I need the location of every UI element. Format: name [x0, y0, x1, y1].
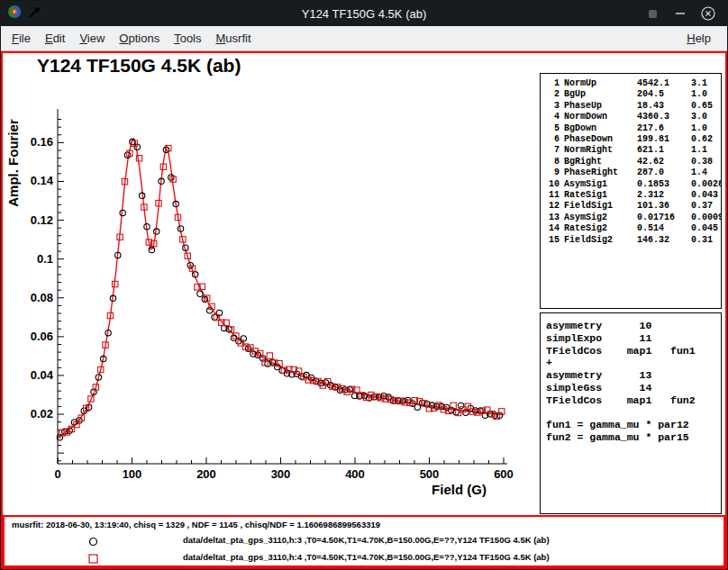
root-canvas[interactable]: Y124 TF150G 4.5K (ab) 010020030040050060…	[1, 51, 727, 569]
fit-parameter-panel: 1NormUp4542.13.12BgUp204.51.03PhaseUp18.…	[540, 73, 722, 309]
svg-text:400: 400	[345, 467, 365, 481]
menu-item-musrfit[interactable]: Musrfit	[209, 32, 259, 45]
param-row-bgright: 8BgRight42.620.38	[546, 157, 715, 167]
menu-item-file[interactable]: File	[5, 32, 38, 45]
close-button[interactable]	[701, 6, 715, 21]
legend-entry-2: data/deltat_pta_gps_3110,h:4 ,T0=4.50K,T…	[5, 550, 723, 565]
menu-item-help[interactable]: Help	[679, 32, 718, 45]
menu-item-options[interactable]: Options	[112, 32, 167, 45]
info-legend-pad: musrfit: 2018-06-30, 13:19:40, chisq = 1…	[3, 515, 725, 567]
legend-label-1: data/deltat_pta_gps_3110,h:3 ,T0=4.50K,T…	[183, 535, 550, 545]
menubar-right: Help	[679, 32, 723, 45]
param-row-phaseup: 3PhaseUp18.430.65	[546, 101, 715, 112]
param-row-normup: 1NormUp4542.13.1	[546, 78, 715, 89]
svg-text:500: 500	[420, 467, 440, 481]
series-2-points	[59, 140, 505, 436]
app-icon	[7, 5, 22, 23]
y-axis: 0.020.040.060.080.10.120.140.16Ampl. Fou…	[5, 109, 64, 464]
legend-entry-1: data/deltat_pta_gps_3110,h:3 ,T0=4.50K,T…	[5, 533, 723, 548]
legend-label-2: data/deltat_pta_gps_3110,h:4 ,T0=4.50K,T…	[183, 552, 550, 562]
titlebar-buttons	[645, 6, 727, 21]
param-row-ratesig2: 14RateSig20.5140.045	[546, 223, 715, 234]
svg-text:Field (G): Field (G)	[432, 482, 487, 497]
menu-item-view[interactable]: View	[72, 32, 112, 45]
svg-text:Ampl. Fourier: Ampl. Fourier	[5, 119, 21, 207]
param-row-asymsig2: 13AsymSig20.017160.00098	[546, 213, 715, 223]
fit-curve	[58, 139, 504, 438]
svg-text:100: 100	[123, 467, 142, 481]
svg-text:0.04: 0.04	[31, 368, 54, 382]
app-window: Y124 TF150G 4.5K (ab) FileEditViewOption…	[0, 0, 728, 570]
menu-item-edit[interactable]: Edit	[38, 32, 72, 45]
menubar-left: FileEditViewOptionsToolsMusrfit	[5, 32, 259, 45]
param-row-fieldsig1: 12FieldSig1101.360.37	[546, 201, 715, 212]
param-row-ratesig1: 11RateSig12.3120.043	[546, 190, 715, 201]
fourier-plot[interactable]: 0100200300400500600Field (G)0.020.040.06…	[3, 53, 543, 517]
menu-item-tools[interactable]: Tools	[167, 32, 208, 45]
param-row-phaseright: 9PhaseRight287.01.4	[546, 167, 715, 178]
svg-text:0.02: 0.02	[31, 407, 53, 421]
param-row-phasedown: 6PhaseDown199.810.62	[546, 134, 715, 145]
minimize-button[interactable]	[673, 6, 687, 21]
param-row-normright: 7NormRight621.11.1	[546, 145, 715, 156]
svg-text:0.12: 0.12	[31, 213, 53, 227]
theory-text: asymmetry 10 simplExpo 11 TFieldCos map1…	[546, 320, 715, 444]
svg-text:300: 300	[271, 467, 291, 481]
param-row-normdown: 4NormDown4360.33.0	[546, 112, 715, 122]
menubar: FileEditViewOptionsToolsMusrfit Help	[1, 26, 727, 51]
param-row-bgup: 2BgUp204.51.0	[546, 89, 715, 100]
svg-text:0.06: 0.06	[31, 330, 53, 343]
x-axis: 0100200300400500600Field (G)	[54, 457, 513, 497]
svg-text:200: 200	[196, 467, 216, 481]
titlebar-left-icons	[1, 5, 41, 23]
fit-parameter-rows: 1NormUp4542.13.12BgUp204.51.03PhaseUp18.…	[546, 78, 715, 246]
svg-text:0.16: 0.16	[31, 135, 53, 149]
fit-info-line: musrfit: 2018-06-30, 13:19:40, chisq = 1…	[12, 520, 380, 529]
svg-text:0.08: 0.08	[31, 291, 53, 304]
svg-text:0.1: 0.1	[37, 252, 53, 266]
pin-button[interactable]	[645, 6, 660, 21]
param-row-asymsig1: 10AsymSig10.18530.0028	[546, 179, 715, 190]
window-title: Y124 TF150G 4.5K (ab)	[302, 7, 427, 21]
legend-square-marker	[87, 552, 99, 568]
svg-text:0.14: 0.14	[31, 174, 54, 187]
param-row-bgdown: 5BgDown217.61.0	[546, 123, 715, 134]
legend-circle-marker	[87, 535, 99, 551]
svg-text:600: 600	[494, 467, 514, 481]
theory-panel: asymmetry 10 simplExpo 11 TFieldCos map1…	[540, 312, 722, 514]
param-row-fieldsig2: 15FieldSig2146.320.31	[546, 235, 715, 246]
svg-text:0: 0	[54, 467, 60, 481]
tool-hammer-icon	[28, 5, 41, 23]
titlebar[interactable]: Y124 TF150G 4.5K (ab)	[1, 1, 727, 26]
